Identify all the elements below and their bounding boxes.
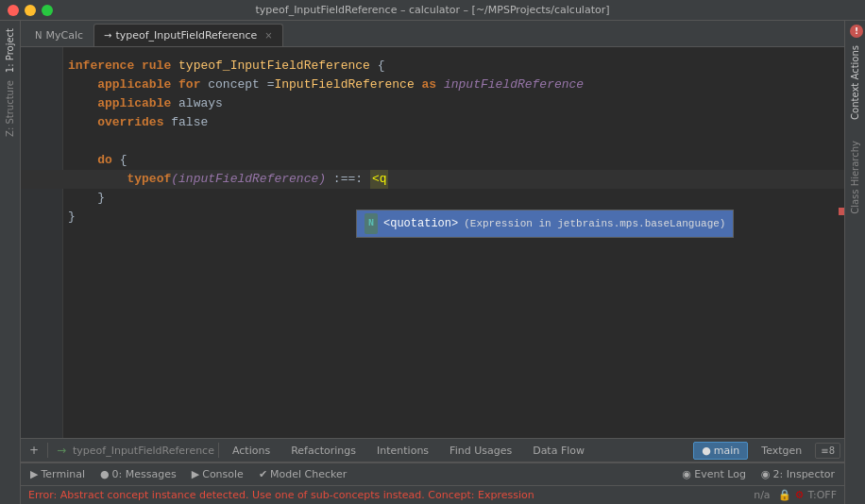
code-line-3: applicable always [68, 94, 835, 113]
coords-display: n/a [754, 489, 770, 501]
code-line-7: 💡 typeof (inputFieldReference) :==: <q [21, 170, 844, 189]
toolbar-end: ● main Textgen ≡8 [693, 442, 840, 460]
right-sidebar: ! Context Actions Class Hierarchy [844, 21, 865, 504]
autocomplete-text: <quotation> [383, 214, 458, 233]
inspector-button[interactable]: ◉ 2: Inspector [757, 467, 839, 481]
autocomplete-popup[interactable]: N <quotation> (Expression in jetbrains.m… [356, 210, 734, 238]
eventlog-button[interactable]: ◉ Event Log [679, 467, 750, 481]
myCalc-icon: N [35, 30, 42, 41]
tabs-bar: N MyCalc → typeof_InputFieldReference × [21, 21, 844, 47]
window-title: typeof_InputFieldReference – calculator … [255, 4, 609, 16]
end-badge[interactable]: ≡8 [815, 443, 840, 459]
messages-button[interactable]: ● 0: Messages [96, 467, 180, 481]
myCalc-label: MyCalc [45, 29, 83, 42]
code-line-5 [68, 132, 835, 151]
autocomplete-detail: (Expression in jetbrains.mps.baseLanguag… [464, 214, 725, 233]
tab-typeof[interactable]: → typeof_InputFieldReference × [93, 24, 283, 46]
close-button[interactable] [8, 5, 19, 16]
code-line-2: applicable for concept = InputFieldRefer… [68, 76, 835, 94]
minimize-button[interactable] [25, 5, 36, 16]
editor-area[interactable]: inference rule typeof_InputFieldReferenc… [21, 47, 844, 438]
tab-intentions[interactable]: Intentions [367, 443, 438, 459]
error-message: Error: Abstract concept instance detecte… [28, 489, 534, 501]
code-line-8: } [68, 189, 835, 208]
typeof-close-icon[interactable]: × [264, 30, 272, 41]
inspector-icon: ◉ [761, 468, 771, 480]
code-line-4: overrides false [68, 113, 835, 132]
modelchecker-button[interactable]: ✔ Model Checker [255, 467, 350, 481]
mode-display: T:OFF [807, 489, 837, 501]
terminal-icon: ▶ [30, 468, 38, 480]
editor-gutter [21, 47, 63, 438]
typeof-label: typeof_InputFieldReference [115, 29, 257, 42]
sidebar-context-actions[interactable]: Context Actions [850, 40, 860, 126]
sidebar-item-project[interactable]: 1: Project [5, 25, 15, 76]
lock-icon: 🔒 [778, 489, 791, 501]
left-sidebar: 1: Project Z: Structure [0, 21, 21, 504]
tab-refactorings[interactable]: Refactorings [281, 443, 365, 459]
messages-icon: ● [100, 468, 110, 480]
code-line-1: inference rule typeof_InputFieldReferenc… [68, 57, 835, 76]
status-bar: ▶ Terminal ● 0: Messages ▶ Console ✔ Mod… [21, 462, 844, 485]
separator-2 [218, 443, 219, 458]
add-button[interactable]: + [25, 441, 43, 460]
modelchecker-icon: ✔ [259, 468, 267, 480]
error-badge: ! [850, 25, 863, 38]
console-icon: ▶ [192, 468, 199, 480]
code-line-6: do { [68, 151, 835, 170]
typeof-icon: → [104, 30, 111, 41]
main-dot-icon: ● [702, 445, 711, 457]
sidebar-class-hierarchy[interactable]: Class Hierarchy [850, 135, 860, 220]
console-button[interactable]: ▶ Console [188, 467, 247, 481]
node-label: typeof_InputFieldReference [73, 445, 214, 457]
tab-myCalc[interactable]: N MyCalc [25, 24, 93, 46]
tab-actions[interactable]: Actions [223, 443, 280, 459]
title-bar: typeof_InputFieldReference – calculator … [0, 0, 865, 21]
textgen-button[interactable]: Textgen [752, 443, 811, 459]
error-bar: Error: Abstract concept instance detecte… [21, 485, 844, 504]
sidebar-item-structure[interactable]: Z: Structure [5, 76, 15, 141]
maximize-button[interactable] [42, 5, 53, 16]
status-right: ◉ Event Log ◉ 2: Inspector [679, 467, 839, 481]
separator-1 [47, 443, 48, 458]
tab-findusages[interactable]: Find Usages [440, 443, 521, 459]
autocomplete-trigger: <q [370, 170, 389, 189]
window-controls[interactable] [8, 5, 53, 16]
autocomplete-item-0[interactable]: N <quotation> (Expression in jetbrains.m… [357, 210, 733, 237]
terminal-button[interactable]: ▶ Terminal [26, 467, 89, 481]
code-area: inference rule typeof_InputFieldReferenc… [68, 57, 835, 227]
tab-dataflow[interactable]: Data Flow [523, 443, 594, 459]
eventlog-icon: ◉ [683, 468, 692, 480]
arrow-right-icon[interactable]: → [52, 441, 71, 460]
bottom-toolbar: + → typeof_InputFieldReference Actions R… [21, 438, 844, 462]
autocomplete-badge: N [365, 213, 378, 234]
main-button[interactable]: ● main [693, 442, 748, 460]
settings-icon: ⚙ [795, 489, 805, 501]
